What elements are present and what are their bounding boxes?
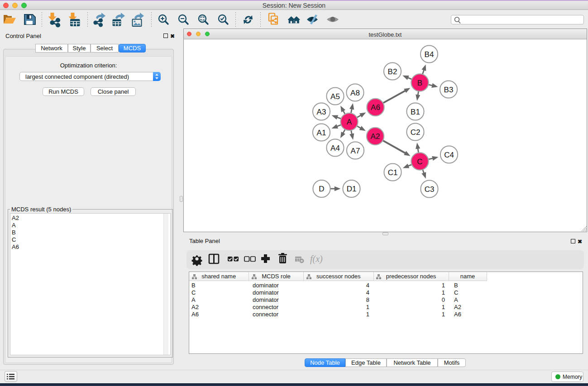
svg-text:B3: B3 [444,86,454,94]
svg-text:C: C [417,157,422,166]
svg-text:A2: A2 [371,132,380,141]
svg-text:A5: A5 [330,92,340,101]
svg-text:A1: A1 [317,129,326,137]
svg-text:B4: B4 [425,50,434,59]
svg-text:A3: A3 [317,108,326,116]
svg-text:A: A [347,118,352,126]
svg-text:A7: A7 [351,147,360,155]
svg-text:A6: A6 [371,103,380,112]
svg-text:C1: C1 [388,168,398,177]
svg-text:C3: C3 [425,185,435,194]
svg-text:f(x): f(x) [310,254,323,264]
svg-text:A8: A8 [350,89,360,97]
svg-text:B: B [417,79,422,87]
svg-text:D1: D1 [347,185,357,193]
svg-text:B2: B2 [388,67,397,76]
svg-text:B1: B1 [411,108,420,116]
svg-text:C4: C4 [444,151,454,159]
svg-text:D: D [319,185,324,193]
svg-text:C2: C2 [411,128,421,137]
svg-text:A4: A4 [330,144,340,152]
